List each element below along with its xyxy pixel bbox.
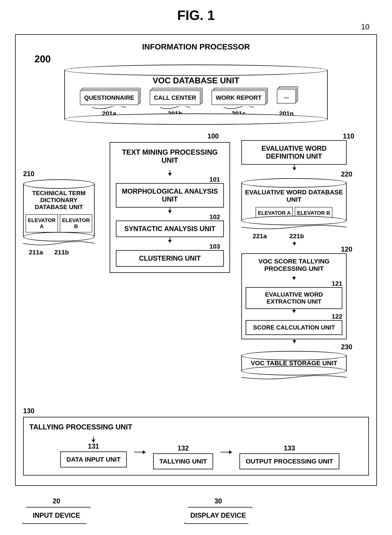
input-device-section: 20 INPUT DEVICE	[23, 497, 90, 524]
ref-133: 133	[284, 444, 295, 452]
ref-103: 103	[209, 243, 220, 250]
doc-work-report: WORK REPORT 201c	[212, 90, 266, 117]
eval-word-extract-box: EVALUATIVE WORD EXTRACTION UNIT	[246, 287, 342, 309]
ref-131: 131	[88, 442, 99, 450]
ref-100: 100	[207, 132, 219, 140]
score-calc-box: SCORE CALCULATION UNIT	[246, 320, 342, 335]
eval-word-db: EVALUATIVE WORD DATABASE UNIT ELEVATOR A…	[241, 178, 347, 231]
ref-121: 121	[332, 280, 342, 287]
input-device-label: INPUT DEVICE	[33, 512, 80, 519]
ref-120: 120	[341, 245, 352, 253]
data-input-box: DATA INPUT UNIT	[60, 451, 127, 467]
eval-word-def-box: EVALUATIVE WORD DEFINITION UNIT	[241, 140, 347, 165]
tallying-proc-box: TALLYING PROCESSING UNIT 131 DATA INPUT …	[23, 417, 369, 475]
ref-211a: 211a	[29, 249, 43, 256]
ref-211b: 211b	[54, 249, 69, 256]
voc-db-label: VOC DATABASE UNIT	[65, 76, 327, 85]
tech-term-db: TECHNICAL TERM DICTIONARY DATABASE UNIT …	[23, 179, 95, 247]
voc-score-label: VOC SCORE TALLYING PROCESSING UNIT	[246, 258, 342, 272]
ref-221a: 221a	[253, 232, 267, 240]
info-processor-label: INFORMATION PROCESSOR	[23, 42, 369, 51]
tech-term-db-label: TECHNICAL TERM DICTIONARY DATABASE UNIT	[24, 190, 94, 211]
ref-210: 210	[23, 170, 98, 178]
ref-220: 220	[341, 170, 352, 178]
tallying-unit-box: TALLYING UNIT	[153, 453, 213, 469]
doc-questionnaire: QUESTIONNAIRE 201a	[80, 90, 138, 117]
voc-table-storage: VOC TABLE STORAGE UNIT	[241, 351, 347, 381]
ref-221b: 221b	[289, 232, 304, 240]
text-mining-title: TEXT MINING PROCESSING UNIT	[116, 148, 224, 164]
ref-102: 102	[209, 213, 220, 221]
doc-call-center: CALL CENTER 201b	[150, 90, 200, 117]
ref-200: 200	[34, 53, 369, 65]
ref-122: 122	[332, 313, 342, 320]
morph-analysis-box: MORPHOLOGICAL ANALYSIS UNIT	[116, 183, 224, 207]
doc-dots: ... 201n	[277, 89, 296, 117]
ref-130: 130	[23, 407, 369, 415]
display-device-section: 30 DISPLAY DEVICE	[184, 497, 252, 524]
clustering-box: CLUSTERING UNIT	[116, 250, 224, 267]
ref-20: 20	[53, 497, 60, 505]
ref-101: 101	[209, 176, 220, 183]
syntactic-analysis-box: SYNTACTIC ANALYSIS UNIT	[116, 221, 224, 237]
ref-110: 110	[343, 132, 354, 140]
voc-db-section: VOC DATABASE UNIT QUESTIONNAIRE 201a	[64, 65, 328, 125]
text-mining-box: TEXT MINING PROCESSING UNIT 101 MORPHOLO…	[110, 142, 230, 273]
voc-table-label: VOC TABLE STORAGE UNIT	[242, 359, 346, 367]
tallying-title: TALLYING PROCESSING UNIT	[29, 423, 363, 431]
page-title: FIG. 1	[8, 8, 384, 23]
eval-word-db-label: EVALUATIVE WORD DATABASE UNIT	[242, 188, 346, 203]
ref-230: 230	[341, 343, 352, 351]
ref-30: 30	[215, 497, 222, 505]
main-container: INFORMATION PROCESSOR 200 VOC DATABASE U…	[15, 34, 377, 486]
voc-score-tallying-box: VOC SCORE TALLYING PROCESSING UNIT 121 E…	[241, 253, 347, 339]
ref-132: 132	[177, 444, 189, 452]
output-proc-box: OUTPUT PROCESSING UNIT	[239, 453, 339, 469]
display-device-label: DISPLAY DEVICE	[190, 512, 246, 519]
ref-10: 10	[361, 23, 370, 31]
